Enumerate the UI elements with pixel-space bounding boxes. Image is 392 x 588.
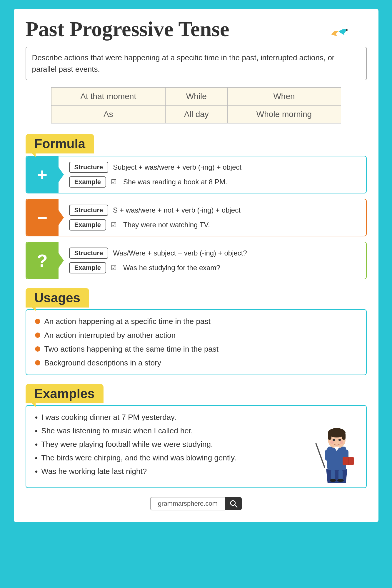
structure-text-pos: Subject + was/were + verb (-ing) + objec…: [113, 163, 241, 171]
description-box: Describe actions that were happening at …: [26, 47, 367, 80]
usages-section: Usages An action happening at a specific…: [26, 288, 367, 375]
svg-rect-17: [325, 450, 330, 461]
example-label-neg: Example: [69, 219, 106, 230]
svg-rect-5: [342, 433, 346, 440]
positive-icon: +: [26, 156, 59, 193]
svg-rect-4: [328, 433, 331, 440]
bullet-5: •: [35, 467, 38, 476]
orange-dot-4: [35, 360, 40, 365]
formula-negative-card: − Structure S + was/were + not + verb (-…: [26, 199, 367, 236]
keyword-whole-morning: Whole morning: [227, 106, 341, 123]
structure-label-q: Structure: [69, 248, 109, 259]
examples-section: Examples • I was cooking dinner at 7 PM …: [26, 384, 367, 488]
structure-text-q: Was/Were + subject + verb (-ing) + objec…: [113, 249, 247, 257]
teacher-illustration: [313, 419, 360, 485]
bullet-3: •: [35, 440, 38, 449]
example-text-q: Was he studying for the exam?: [123, 264, 220, 272]
usage-item-3: Two actions happening at the same time i…: [35, 345, 357, 354]
example-item-2: • She was listening to music when I call…: [35, 426, 357, 436]
example-text-pos: She was reading a book at 8 PM.: [123, 178, 227, 186]
keyword-at-that-moment: At that moment: [51, 88, 166, 106]
svg-point-7: [338, 439, 341, 441]
usage-item-4: Background descriptions in a story: [35, 358, 357, 368]
structure-text-neg: S + was/were + not + verb (-ing) + objec…: [113, 206, 241, 214]
keywords-table: At that moment While When As All day Who…: [51, 87, 341, 123]
formula-header: Formula: [26, 134, 94, 153]
footer-domain: grammarsphere.com: [150, 497, 225, 510]
bullet-1: •: [35, 413, 38, 422]
svg-rect-16: [348, 457, 348, 465]
check-icon-pos: ☑: [111, 178, 117, 186]
example-item-4: • The birds were chirping, and the wind …: [35, 453, 357, 463]
svg-rect-13: [315, 443, 326, 468]
svg-point-12: [337, 479, 344, 482]
formula-section: Formula + Structure Subject + was/were +…: [26, 132, 367, 279]
question-icon: ?: [26, 242, 59, 279]
bullet-2: •: [35, 426, 38, 436]
example-item-3: • They were playing football while we we…: [35, 440, 357, 449]
example-label-q: Example: [69, 262, 106, 273]
svg-point-6: [333, 439, 335, 441]
structure-label-pos: Structure: [69, 162, 109, 173]
keyword-when: When: [227, 88, 341, 106]
usage-item-1: An action happening at a specific time i…: [35, 317, 357, 326]
svg-rect-10: [338, 470, 343, 480]
svg-point-19: [330, 440, 334, 444]
svg-rect-9: [331, 470, 335, 480]
orange-dot-3: [35, 346, 40, 352]
example-text-neg: They were not watching TV.: [123, 221, 210, 229]
formula-positive-card: + Structure Subject + was/were + verb (-…: [26, 156, 367, 193]
page-title: Past Progressive Tense: [26, 18, 367, 41]
usages-box: An action happening at a specific time i…: [26, 309, 367, 375]
svg-point-20: [340, 440, 343, 444]
usage-item-2: An action interrupted by another action: [35, 331, 357, 340]
structure-label-neg: Structure: [69, 205, 109, 216]
footer-search-icon[interactable]: [225, 497, 242, 510]
keyword-as: As: [51, 106, 166, 123]
example-label-pos: Example: [69, 176, 106, 188]
examples-box: • I was cooking dinner at 7 PM yesterday…: [26, 405, 367, 488]
svg-line-22: [235, 505, 237, 507]
example-item-5: • Was he working late last night?: [35, 467, 357, 476]
svg-point-11: [330, 479, 336, 482]
negative-icon: −: [26, 199, 59, 236]
check-icon-q: ☑: [111, 264, 117, 272]
keyword-all-day: All day: [166, 106, 227, 123]
bullet-4: •: [35, 453, 38, 463]
keyword-while: While: [166, 88, 227, 106]
svg-point-0: [346, 29, 348, 31]
check-icon-neg: ☑: [111, 221, 117, 229]
example-item-1: • I was cooking dinner at 7 PM yesterday…: [35, 413, 357, 422]
usages-header: Usages: [26, 288, 89, 308]
formula-question-card: ? Structure Was/Were + subject + verb (-…: [26, 242, 367, 279]
orange-dot-2: [35, 333, 40, 338]
examples-header: Examples: [26, 384, 104, 403]
orange-dot-1: [35, 319, 40, 324]
svg-marker-8: [326, 469, 347, 483]
footer: grammarsphere.com: [26, 497, 367, 510]
bird-decoration: [328, 26, 352, 43]
